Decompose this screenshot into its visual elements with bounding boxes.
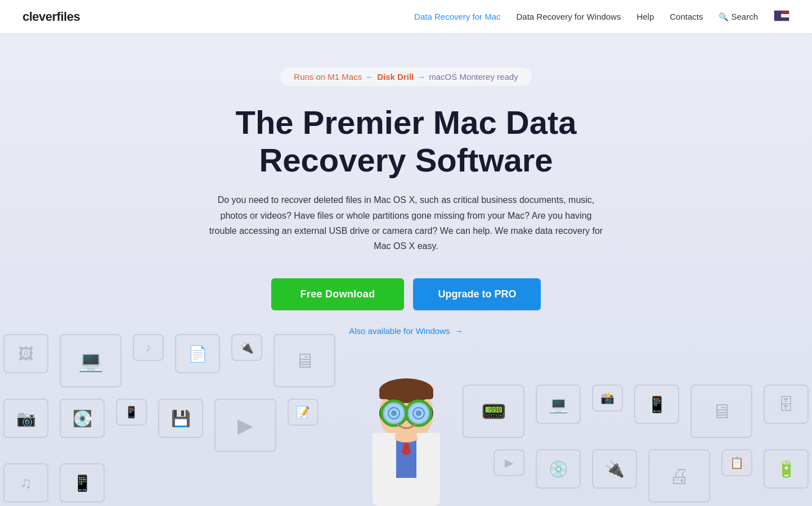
nav-item-search[interactable]: 🔍 Search	[719, 12, 758, 21]
nav-link-mac[interactable]: Data Recovery for Mac	[414, 12, 500, 21]
mascot-image	[356, 360, 457, 506]
device-icon-battery-r: 🔋	[764, 449, 809, 489]
nav-link-help[interactable]: Help	[636, 12, 654, 21]
nav-item-windows[interactable]: Data Recovery for Windows	[517, 12, 621, 22]
search-label: Search	[731, 12, 758, 21]
nav-item-mac[interactable]: Data Recovery for Mac	[414, 12, 500, 22]
device-icon-video-r: ▶	[494, 449, 524, 476]
hero-section: Runs on M1 Macs ← Disk Drill → macOS Mon…	[0, 34, 812, 506]
nav-link-windows[interactable]: Data Recovery for Windows	[517, 12, 621, 21]
device-icon-disc-r: 💿	[536, 449, 581, 489]
hero-buttons: Free Download Upgrade to PRO	[271, 278, 541, 310]
search-icon: 🔍	[719, 12, 728, 21]
device-icon-camera-r: 📸	[592, 385, 623, 412]
device-icon-laptop-r: 💻	[536, 385, 581, 424]
badge-m1-text: Runs on M1 Macs	[294, 72, 362, 82]
svg-rect-6	[379, 391, 433, 399]
mascot	[350, 349, 463, 506]
badge-arrow-right: →	[417, 72, 425, 82]
device-icon-disc: 💽	[60, 399, 105, 438]
nav-item-contacts[interactable]: Contacts	[670, 12, 703, 22]
bg-icons-left: 🖼 💻 ♪ 📄 🔌 🖥 📷 💽 📱 💾 ▶ 📝 ♫ 📱	[0, 332, 365, 506]
flag-icon[interactable]	[774, 10, 789, 21]
device-icon-video: ▶	[214, 399, 276, 452]
badge-brand: Disk Drill	[377, 72, 414, 82]
device-icon-camera: 📷	[3, 399, 48, 438]
hero-description: Do you need to recover deleted files in …	[209, 192, 603, 254]
free-download-button[interactable]: Free Download	[271, 278, 405, 310]
device-icon-sd-r: 📋	[721, 449, 752, 476]
svg-point-19	[416, 410, 421, 416]
device-icon-music2: ♫	[3, 463, 48, 503]
device-icon-tablet: 📱	[60, 463, 105, 503]
logo-text: cleverfiles	[23, 10, 80, 24]
device-icon-hdd: 💾	[158, 399, 203, 438]
device-icon-phone-r: 📱	[634, 385, 679, 424]
search-button[interactable]: 🔍 Search	[719, 12, 758, 21]
device-icon-music: ♪	[133, 334, 164, 361]
device-icon-image: 🖼	[3, 334, 48, 373]
device-icon-tablet-r: 📟	[463, 385, 524, 438]
nav-links: Data Recovery for Mac Data Recovery for …	[414, 10, 789, 24]
device-icon-usb-r: 🔌	[592, 449, 637, 489]
badge-macos-text: macOS Monterey ready	[429, 72, 518, 82]
device-icon-laptop: 💻	[60, 334, 122, 387]
nav-item-flag[interactable]	[774, 10, 789, 24]
device-icon-printer-r: 🖨	[648, 449, 710, 503]
device-icon-doc: 📄	[175, 334, 220, 373]
device-icon-monitor-r: 🖥	[690, 385, 752, 438]
badge-arrow-left: ←	[365, 72, 374, 82]
hero-badge: Runs on M1 Macs ← Disk Drill → macOS Mon…	[280, 67, 531, 86]
nav-link-contacts[interactable]: Contacts	[670, 12, 703, 21]
device-icon-usb: 🔌	[231, 334, 262, 361]
device-icon-hdd-r: 🗄	[764, 385, 809, 424]
svg-point-17	[391, 410, 397, 416]
device-icon-note: 📝	[288, 399, 318, 426]
device-icon-monitor: 🖥	[273, 334, 335, 387]
nav-item-help[interactable]: Help	[636, 12, 654, 22]
device-icon-phone: 📱	[116, 399, 147, 426]
upgrade-pro-button[interactable]: Upgrade to PRO	[413, 278, 541, 310]
also-available-link[interactable]: Also available for Windows →	[349, 326, 463, 336]
hero-title: The Premier Mac Data Recovery Software	[209, 104, 603, 179]
navbar: cleverfiles Data Recovery for Mac Data R…	[0, 0, 812, 34]
logo[interactable]: cleverfiles	[23, 10, 80, 24]
bg-icons-right: 📟 💻 📸 📱 🖥 🗄 ▶ 💿 🔌 🖨 📋 🔋	[447, 332, 812, 506]
